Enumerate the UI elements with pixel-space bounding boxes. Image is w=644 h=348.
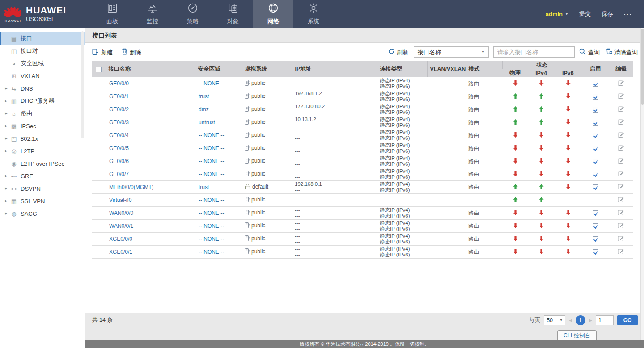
page-scrollbar[interactable]: [640, 28, 644, 340]
edit-icon[interactable]: [618, 131, 624, 139]
interface-name-link[interactable]: GE0/0/2: [108, 106, 129, 113]
expand-arrow-icon[interactable]: ▶: [1, 112, 9, 115]
more-menu-button[interactable]: ···: [624, 11, 632, 17]
nav-tab-policy[interactable]: 策略: [173, 0, 213, 28]
nav-tab-network[interactable]: 网络: [253, 0, 293, 28]
prev-page-button[interactable]: ◀: [569, 318, 572, 323]
zone-link[interactable]: -- NONE --: [198, 158, 224, 164]
sidebar-item-interface[interactable]: ▤ 接口: [0, 32, 85, 45]
edit-icon[interactable]: [618, 235, 624, 243]
next-page-button[interactable]: ▶: [589, 318, 592, 323]
query-button[interactable]: 查询: [579, 48, 600, 56]
enable-checkbox[interactable]: [593, 107, 598, 113]
edit-icon[interactable]: [618, 144, 624, 152]
sidebar-item-dot1x[interactable]: ▶ ◳ 802.1x: [0, 132, 85, 145]
expand-arrow-icon[interactable]: ▶: [1, 174, 9, 178]
enable-checkbox[interactable]: [593, 236, 598, 242]
sidebar-item-l2tp-ipsec[interactable]: ◉ L2TP over IPSec: [0, 157, 85, 170]
sidebar-item-vxlan[interactable]: ⊞ VXLAN: [0, 70, 85, 82]
cli-console-tab[interactable]: CLI 控制台: [557, 330, 597, 340]
interface-name-link[interactable]: XGE0/0/1: [108, 249, 132, 255]
clear-query-button[interactable]: 清除查询: [606, 48, 638, 56]
interface-name-link[interactable]: GE0/0/7: [108, 171, 129, 177]
enable-checkbox[interactable]: [593, 184, 598, 190]
enable-checkbox[interactable]: [593, 210, 598, 216]
interface-name-link[interactable]: GE0/0/1: [108, 93, 129, 100]
sidebar-item-sslvpn[interactable]: ▶ ▦ SSL VPN: [0, 195, 85, 207]
enable-checkbox[interactable]: [593, 249, 598, 255]
zone-link[interactable]: dmz: [198, 106, 209, 113]
edit-icon[interactable]: [618, 92, 624, 101]
edit-icon[interactable]: [618, 170, 624, 178]
edit-icon[interactable]: [618, 157, 624, 165]
edit-icon[interactable]: [618, 209, 624, 217]
edit-icon[interactable]: [618, 80, 624, 88]
sidebar-item-dns[interactable]: ▶ ⇆ DNS: [0, 82, 85, 95]
scrollbar-thumb[interactable]: [641, 29, 644, 105]
interface-name-link[interactable]: GE0/0/5: [108, 145, 129, 151]
zone-link[interactable]: -- NONE --: [198, 197, 224, 203]
sidebar-item-security-zone[interactable]: ◕ 安全区域: [0, 57, 85, 70]
expand-arrow-icon[interactable]: ▶: [1, 124, 9, 128]
new-button[interactable]: 新建: [92, 48, 113, 56]
refresh-button[interactable]: 刷新: [388, 48, 408, 56]
expand-arrow-icon[interactable]: ▶: [1, 137, 9, 140]
edit-icon[interactable]: [618, 105, 624, 113]
zone-link[interactable]: -- NONE --: [198, 132, 224, 138]
filter-field-select[interactable]: 接口名称 ▼: [414, 46, 489, 58]
nav-tab-objects[interactable]: 对象: [213, 0, 253, 28]
zone-link[interactable]: -- NONE --: [198, 223, 224, 229]
expand-arrow-icon[interactable]: ▶: [1, 187, 9, 190]
commit-button[interactable]: 提交: [579, 10, 591, 18]
user-menu[interactable]: admin ▼: [546, 11, 568, 17]
interface-name-link[interactable]: GE0/0/0: [108, 80, 129, 87]
enable-checkbox[interactable]: [593, 133, 598, 138]
search-input[interactable]: [493, 46, 575, 58]
zone-link[interactable]: -- NONE --: [198, 210, 224, 216]
edit-icon[interactable]: [618, 222, 624, 230]
interface-name-link[interactable]: WAN0/0/1: [108, 223, 133, 229]
zone-link[interactable]: untrust: [198, 119, 215, 126]
expand-arrow-icon[interactable]: ▶: [1, 99, 9, 103]
sidebar-item-route[interactable]: ▶ ⌂ 路由: [0, 107, 85, 120]
interface-name-link[interactable]: MEth0/0/0(MGMT): [108, 184, 153, 190]
current-page-badge[interactable]: 1: [576, 315, 585, 325]
expand-arrow-icon[interactable]: ▶: [1, 149, 9, 153]
sidebar-item-interface-pair[interactable]: ◫ 接口对: [0, 45, 85, 57]
interface-name-link[interactable]: GE0/0/6: [108, 158, 129, 164]
select-all-checkbox[interactable]: [96, 67, 102, 72]
nav-tab-dashboard[interactable]: 面板: [92, 0, 132, 28]
go-button[interactable]: GO: [617, 315, 638, 325]
sidebar-item-sacg[interactable]: ▶ ◍ SACG: [0, 207, 85, 220]
nav-tab-monitor[interactable]: 监控: [132, 0, 173, 28]
interface-name-link[interactable]: XGE0/0/0: [108, 236, 132, 242]
enable-checkbox[interactable]: [593, 94, 598, 100]
save-button[interactable]: 保存: [602, 10, 613, 18]
sidebar-item-ipsec[interactable]: ▶ ▩ IPSec: [0, 120, 85, 132]
edit-icon[interactable]: [618, 118, 624, 126]
per-page-select[interactable]: 50 ▼: [544, 315, 565, 325]
zone-link[interactable]: -- NONE --: [198, 236, 224, 242]
edit-icon[interactable]: [618, 196, 624, 204]
delete-button[interactable]: 删除: [122, 48, 141, 56]
zone-link[interactable]: -- NONE --: [198, 171, 224, 177]
sidebar-item-gre[interactable]: ▶ ⊷ GRE: [0, 170, 85, 182]
expand-arrow-icon[interactable]: ▶: [1, 212, 9, 215]
goto-page-input[interactable]: [596, 315, 614, 325]
sidebar-item-l2tp[interactable]: ▶ ◎ L2TP: [0, 145, 85, 157]
zone-link[interactable]: trust: [198, 184, 209, 190]
enable-checkbox[interactable]: [593, 146, 598, 151]
interface-name-link[interactable]: GE0/0/3: [108, 119, 129, 126]
interface-name-link[interactable]: WAN0/0/0: [108, 210, 133, 216]
zone-link[interactable]: trust: [198, 93, 209, 100]
enable-checkbox[interactable]: [593, 120, 598, 126]
enable-checkbox[interactable]: [593, 223, 598, 229]
expand-arrow-icon[interactable]: ▶: [1, 87, 9, 90]
zone-link[interactable]: -- NONE --: [198, 249, 224, 255]
interface-name-link[interactable]: GE0/0/4: [108, 132, 129, 138]
edit-icon[interactable]: [618, 183, 624, 191]
zone-link[interactable]: -- NONE --: [198, 80, 224, 87]
zone-link[interactable]: -- NONE --: [198, 145, 224, 151]
enable-checkbox[interactable]: [593, 81, 598, 87]
sidebar-scrollbar[interactable]: [81, 31, 84, 138]
